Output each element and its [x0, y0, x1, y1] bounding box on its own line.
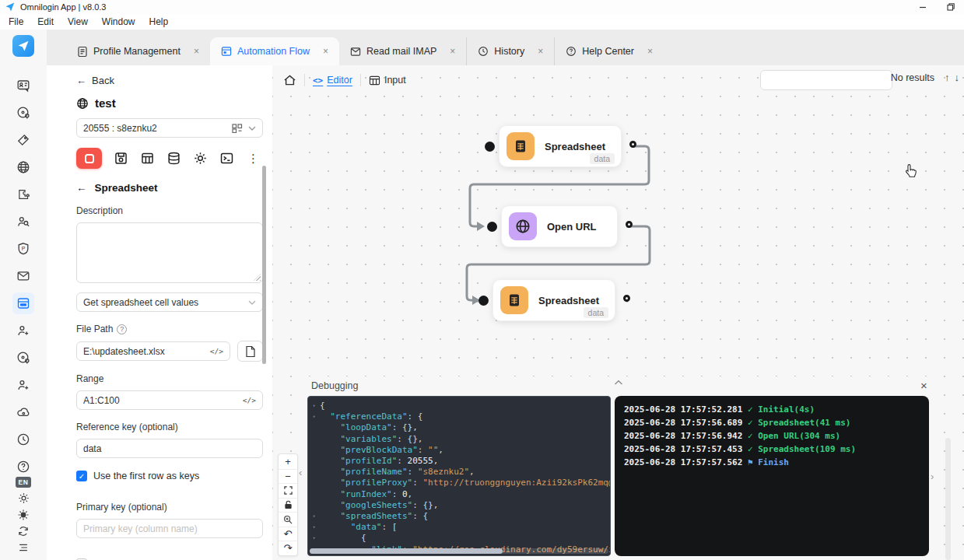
- menu-help[interactable]: Help: [142, 16, 176, 27]
- maximize-button[interactable]: [947, 3, 955, 11]
- tab-automation-flow[interactable]: Automation Flow ×: [210, 37, 339, 65]
- sidebar-item-find-profile[interactable]: [0, 208, 47, 235]
- back-button[interactable]: ← Back: [76, 75, 263, 86]
- log-line: 2025-06-28 17:57:57.453 ✓ Spreadsheet(10…: [624, 443, 920, 456]
- sidebar-item-tag[interactable]: [0, 126, 47, 153]
- first-row-checkbox[interactable]: ✓: [76, 471, 87, 481]
- sidebar-item-add-profile[interactable]: [0, 371, 47, 398]
- code-expression-icon[interactable]: </>: [243, 396, 256, 404]
- sidebar-item-add-member[interactable]: [0, 317, 47, 344]
- node-spreadsheet-2[interactable]: Spreadsheet data: [493, 279, 615, 321]
- sidebar-item-theme[interactable]: [0, 506, 47, 523]
- tab-close-icon[interactable]: ×: [538, 46, 543, 57]
- search-next-icon[interactable]: ↓: [955, 72, 960, 83]
- zoom-in-button[interactable]: +: [279, 454, 297, 469]
- tab-close-icon[interactable]: ×: [450, 46, 455, 57]
- clock-icon: [478, 46, 489, 57]
- more-options-icon[interactable]: ⋮: [247, 152, 259, 166]
- open-url-icon: [509, 212, 537, 240]
- browse-file-button[interactable]: [237, 341, 263, 362]
- sidebar-item-disc-pin-2[interactable]: [0, 344, 47, 371]
- home-icon[interactable]: [283, 74, 296, 86]
- input-view-link[interactable]: Input: [369, 75, 406, 86]
- tab-read-mail-imap[interactable]: Read mail IMAP ×: [339, 37, 466, 65]
- panel-scrollbar[interactable]: [262, 166, 266, 364]
- zoom-out-button[interactable]: −: [279, 469, 297, 484]
- minimize-button[interactable]: [919, 3, 927, 11]
- reference-key-input[interactable]: data: [76, 439, 263, 458]
- node-output-badge: data: [590, 153, 615, 164]
- divider: [360, 74, 361, 86]
- action-select[interactable]: Get spreadsheet cell values: [76, 292, 263, 312]
- sidebar-item-profiles-chat[interactable]: [0, 72, 47, 99]
- profile-grid-icon: [232, 124, 243, 133]
- category-database-button[interactable]: [167, 151, 181, 166]
- sidebar-item-refresh[interactable]: [0, 523, 47, 539]
- range-input[interactable]: A1:C100 </>: [76, 390, 263, 410]
- category-settings-button[interactable]: [193, 151, 208, 166]
- output-port[interactable]: [623, 295, 630, 302]
- category-table-button[interactable]: [140, 151, 155, 166]
- tab-help-center[interactable]: Help Center ×: [554, 37, 664, 65]
- editor-horizontal-scrollbar[interactable]: [307, 548, 611, 555]
- menu-edit[interactable]: Edit: [30, 16, 61, 27]
- sidebar-item-mail[interactable]: [0, 262, 47, 289]
- zoom-select-button[interactable]: [279, 512, 297, 527]
- file-path-input[interactable]: E:\updatesheet.xlsx </>: [76, 341, 230, 361]
- sidebar-item-settings[interactable]: [0, 490, 47, 506]
- code-expression-icon[interactable]: </>: [210, 347, 223, 355]
- primary-key-input[interactable]: Primary key (column name): [76, 519, 263, 538]
- debug-run-log[interactable]: 2025-06-28 17:57:52.281 ✓ Initial(4s)202…: [615, 396, 929, 556]
- canvas-vertical-scrollbar[interactable]: [945, 438, 951, 560]
- undo-button[interactable]: ↶: [279, 527, 297, 541]
- profile-select[interactable]: 20555 : s8eznku2: [76, 118, 263, 138]
- close-debugging-icon[interactable]: ×: [920, 379, 927, 392]
- sidebar-item-globe[interactable]: [0, 153, 47, 180]
- block-back-button[interactable]: ←: [76, 182, 87, 194]
- tab-close-icon[interactable]: ×: [647, 46, 653, 57]
- tab-profile-management[interactable]: Profile Management ×: [66, 37, 210, 65]
- tab-history[interactable]: History ×: [466, 37, 554, 65]
- menu-view[interactable]: View: [61, 16, 95, 27]
- node-spreadsheet-1[interactable]: Spreadsheet data: [499, 125, 622, 167]
- node-open-url[interactable]: Open URL: [501, 205, 618, 247]
- help-tooltip-icon[interactable]: ?: [117, 324, 127, 334]
- tab-close-icon[interactable]: ×: [194, 46, 199, 57]
- collapse-panel-icon[interactable]: [614, 380, 623, 386]
- block-header: ← Spreadsheet: [76, 182, 263, 194]
- menu-window[interactable]: Window: [95, 16, 142, 27]
- floppy-icon: [114, 151, 128, 166]
- redo-button[interactable]: ↷: [279, 541, 297, 555]
- output-port[interactable]: [626, 221, 633, 228]
- collapse-left-icon[interactable]: ‹: [299, 467, 302, 478]
- sidebar-item-disc-pin[interactable]: [0, 99, 47, 126]
- tab-close-icon[interactable]: ×: [323, 46, 328, 57]
- input-port[interactable]: [485, 142, 495, 152]
- sidebar-item-history[interactable]: [0, 425, 47, 453]
- search-prev-icon[interactable]: ↑: [945, 72, 950, 83]
- output-port[interactable]: [629, 141, 636, 148]
- category-terminal-button[interactable]: [219, 151, 234, 166]
- scroll-thumb[interactable]: [310, 548, 503, 554]
- sidebar-item-menu[interactable]: [0, 539, 47, 555]
- menu-file[interactable]: File: [2, 16, 30, 27]
- debug-json-editor[interactable]: ▾{▾ "referenceData": { "loopData": {}, "…: [307, 396, 611, 556]
- sidebar-item-automation[interactable]: [0, 289, 47, 317]
- editor-view-link[interactable]: <> Editor: [313, 75, 352, 86]
- sidebar-item-privacy[interactable]: P: [0, 235, 47, 262]
- range-label: Range: [76, 373, 263, 384]
- sidebar-item-language[interactable]: EN: [0, 474, 47, 490]
- input-port[interactable]: [478, 296, 489, 306]
- app-logo-icon: [5, 2, 15, 12]
- input-port[interactable]: [487, 222, 497, 232]
- collapse-right-icon[interactable]: ›: [931, 471, 934, 482]
- category-save-button[interactable]: [114, 151, 128, 166]
- log-line: 2025-06-28 17:57:52.281 ✓ Initial(4s): [624, 403, 920, 416]
- sidebar-item-extensions[interactable]: [0, 180, 47, 208]
- fit-view-button[interactable]: [279, 483, 297, 498]
- sidebar-item-cloud[interactable]: [0, 398, 47, 425]
- description-textarea[interactable]: [76, 222, 263, 283]
- lock-button[interactable]: [279, 498, 297, 513]
- category-trigger-button[interactable]: [76, 148, 102, 169]
- search-input[interactable]: [761, 71, 892, 89]
